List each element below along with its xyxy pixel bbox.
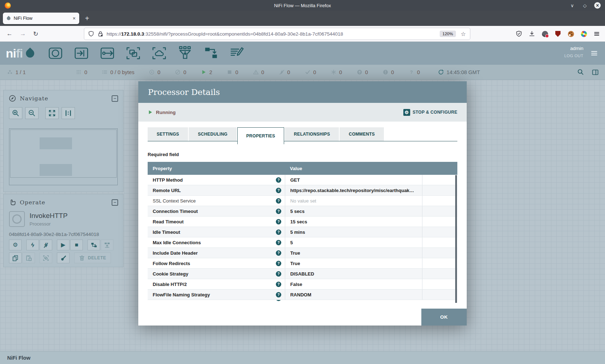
property-value[interactable]: False bbox=[290, 282, 302, 287]
pinwheel-extension-icon[interactable] bbox=[581, 31, 587, 37]
zoom-level-badge[interactable]: 120% bbox=[440, 31, 456, 37]
close-icon[interactable]: × bbox=[594, 2, 601, 9]
property-value[interactable]: https://repo.stackable.tech/repository/m… bbox=[290, 188, 414, 193]
operate-button[interactable]: ϟ bbox=[26, 240, 39, 250]
collapse-navigate-button[interactable]: − bbox=[112, 95, 118, 102]
property-value[interactable]: True bbox=[290, 261, 300, 266]
property-row[interactable]: Read Timeout? 15 secs bbox=[148, 217, 457, 227]
property-value[interactable]: No value set bbox=[290, 300, 316, 301]
help-icon[interactable]: ? bbox=[276, 250, 281, 256]
minimize-icon[interactable]: ∨ bbox=[569, 2, 575, 9]
birdseye-minimap[interactable] bbox=[9, 128, 118, 185]
global-menu-icon[interactable] bbox=[589, 49, 599, 57]
reload-icon[interactable]: ↻ bbox=[33, 30, 38, 38]
property-value[interactable]: RANDOM bbox=[290, 292, 312, 297]
help-icon[interactable]: ? bbox=[276, 261, 281, 266]
ok-button[interactable]: OK bbox=[421, 309, 467, 326]
new-tab-button[interactable]: + bbox=[85, 14, 89, 23]
operate-button[interactable] bbox=[57, 252, 70, 263]
help-icon[interactable]: ? bbox=[276, 219, 281, 224]
output-port-icon[interactable] bbox=[99, 45, 116, 62]
operate-button[interactable]: ⚙ bbox=[9, 240, 22, 250]
dialog-tab[interactable]: RELATIONSHIPS bbox=[285, 127, 339, 141]
operate-button[interactable]: DELETE bbox=[74, 252, 111, 263]
url-bar[interactable]: https://172.18.0.3:32558/nifi/?processGr… bbox=[84, 28, 470, 40]
help-icon[interactable]: ? bbox=[276, 282, 281, 287]
help-icon[interactable]: ? bbox=[276, 300, 281, 301]
property-value[interactable]: 5 bbox=[290, 240, 293, 245]
property-value[interactable]: 5 secs bbox=[290, 209, 305, 214]
forward-icon[interactable]: → bbox=[20, 30, 26, 37]
input-port-icon[interactable] bbox=[73, 45, 90, 62]
property-row[interactable]: Remote URL? https://repo.stackable.tech/… bbox=[148, 185, 457, 196]
property-value[interactable]: True bbox=[290, 250, 300, 256]
property-row[interactable]: Idle Timeout? 5 mins bbox=[148, 227, 457, 237]
table-scrollbar[interactable] bbox=[455, 175, 457, 303]
property-row[interactable]: Include Date Header? True bbox=[148, 248, 457, 258]
navigate-button[interactable] bbox=[9, 107, 22, 119]
property-value[interactable]: 5 mins bbox=[290, 229, 305, 235]
operate-button[interactable]: ▶ bbox=[57, 240, 70, 250]
help-icon[interactable]: ? bbox=[276, 177, 281, 183]
cookie-extension-icon[interactable] bbox=[568, 31, 574, 37]
help-icon[interactable]: ? bbox=[276, 240, 281, 245]
navigate-button[interactable] bbox=[25, 107, 39, 119]
panel-toggle-icon[interactable] bbox=[592, 69, 599, 76]
operate-button[interactable]: ϟ bbox=[40, 240, 52, 250]
search-icon[interactable] bbox=[577, 69, 584, 76]
property-row[interactable]: Disable HTTP/2? False bbox=[148, 279, 457, 290]
label-icon[interactable] bbox=[229, 45, 245, 62]
property-row[interactable]: HTTP Method? GET bbox=[148, 175, 457, 185]
property-row[interactable]: Attributes to Send? No value set bbox=[148, 300, 457, 303]
download-icon[interactable] bbox=[529, 31, 535, 37]
property-row[interactable]: FlowFile Naming Strategy? RANDOM bbox=[148, 290, 457, 300]
menu-icon[interactable] bbox=[593, 31, 600, 37]
stop-and-configure-button[interactable]: ⚙ STOP & CONFIGURE bbox=[403, 109, 457, 116]
breadcrumb[interactable]: NiFi Flow bbox=[7, 355, 30, 361]
refresh-icon[interactable] bbox=[438, 69, 444, 75]
container-extension-icon[interactable] bbox=[542, 31, 548, 37]
dialog-tab[interactable]: PROPERTIES bbox=[237, 127, 284, 144]
navigate-button[interactable] bbox=[62, 107, 75, 119]
dialog-tab[interactable]: SCHEDULING bbox=[189, 127, 236, 141]
operate-button[interactable] bbox=[101, 240, 113, 250]
maximize-icon[interactable]: ◇ bbox=[582, 2, 588, 9]
help-icon[interactable]: ? bbox=[276, 198, 281, 204]
help-icon[interactable]: ? bbox=[276, 229, 281, 235]
property-value[interactable]: 15 secs bbox=[290, 219, 307, 224]
process-group-icon[interactable] bbox=[125, 45, 142, 62]
tab-close-icon[interactable]: × bbox=[73, 15, 76, 21]
operate-button[interactable]: ■ bbox=[70, 240, 83, 250]
property-row[interactable]: Connection Timeout? 5 secs bbox=[148, 206, 457, 217]
ublock-icon[interactable] bbox=[555, 31, 561, 37]
property-value[interactable]: GET bbox=[290, 177, 300, 183]
shield-check-icon[interactable] bbox=[516, 31, 522, 37]
browser-tab[interactable]: NiFi Flow × bbox=[3, 13, 79, 24]
nav-shield-icon[interactable] bbox=[88, 31, 94, 37]
operate-button[interactable] bbox=[88, 240, 100, 250]
processor-icon[interactable] bbox=[47, 45, 64, 62]
remote-process-group-icon[interactable] bbox=[151, 45, 167, 62]
navigate-button[interactable] bbox=[45, 107, 59, 119]
property-row[interactable]: Follow Redirects? True bbox=[148, 258, 457, 269]
property-row[interactable]: Cookie Strategy? DISABLED bbox=[148, 269, 457, 279]
help-icon[interactable]: ? bbox=[276, 271, 281, 277]
property-row[interactable]: Max Idle Connections? 5 bbox=[148, 237, 457, 248]
operate-button[interactable] bbox=[22, 252, 35, 263]
template-icon[interactable] bbox=[203, 45, 219, 62]
operate-button[interactable] bbox=[40, 252, 52, 263]
help-icon[interactable]: ? bbox=[276, 188, 281, 193]
star-icon[interactable]: ☆ bbox=[460, 31, 466, 37]
collapse-operate-button[interactable]: − bbox=[112, 199, 118, 206]
back-icon[interactable]: ← bbox=[6, 30, 13, 37]
help-icon[interactable]: ? bbox=[276, 292, 281, 297]
property-row[interactable]: SSL Context Service? No value set bbox=[148, 196, 457, 206]
property-value[interactable]: No value set bbox=[290, 198, 316, 204]
dialog-tab[interactable]: COMMENTS bbox=[340, 127, 384, 141]
lock-warning-icon[interactable] bbox=[97, 31, 104, 37]
operate-button[interactable] bbox=[9, 252, 22, 263]
property-value[interactable]: DISABLED bbox=[290, 271, 314, 277]
help-icon[interactable]: ? bbox=[276, 209, 281, 214]
dialog-tab[interactable]: SETTINGS bbox=[148, 127, 188, 141]
funnel-icon[interactable] bbox=[177, 45, 193, 62]
